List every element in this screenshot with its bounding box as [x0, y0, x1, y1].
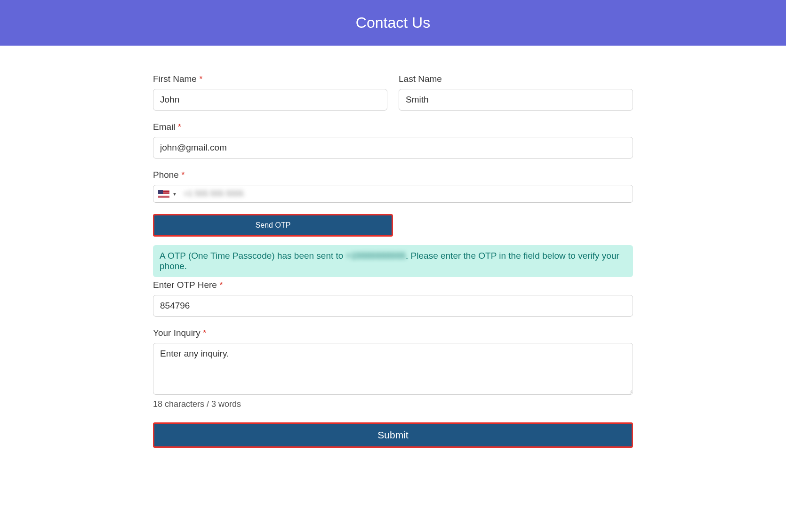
phone-blurred-value: +1 555 555 5555	[181, 189, 244, 199]
us-flag-icon	[158, 190, 169, 198]
otp-sent-message: A OTP (One Time Passcode) has been sent …	[153, 245, 633, 277]
required-asterisk: *	[203, 328, 206, 338]
required-asterisk: *	[181, 170, 184, 180]
phone-input-wrapper[interactable]: ▼ +1 555 555 5555	[153, 185, 633, 203]
email-group: Email *	[153, 122, 633, 159]
last-name-label: Last Name	[399, 74, 633, 84]
required-asterisk: *	[219, 280, 223, 290]
first-name-input[interactable]	[153, 89, 387, 111]
submit-button[interactable]: Submit	[153, 422, 633, 448]
inquiry-label: Your Inquiry *	[153, 328, 633, 338]
last-name-input[interactable]	[399, 89, 633, 111]
character-counter: 18 characters / 3 words	[153, 399, 633, 409]
email-label: Email *	[153, 122, 633, 132]
required-asterisk: *	[178, 122, 181, 132]
inquiry-group: Your Inquiry * 18 characters / 3 words	[153, 328, 633, 409]
first-name-group: First Name *	[153, 74, 387, 111]
otp-group: Enter OTP Here *	[153, 280, 633, 317]
required-asterisk: *	[199, 74, 202, 84]
country-flag-select[interactable]: ▼	[158, 190, 181, 198]
last-name-group: Last Name	[399, 74, 633, 111]
first-name-label: First Name *	[153, 74, 387, 84]
otp-blurred-phone: +15555555555	[346, 251, 406, 261]
phone-group: Phone * ▼ +1 555 555 5555	[153, 170, 633, 203]
phone-label: Phone *	[153, 170, 633, 180]
page-title: Contact Us	[0, 14, 786, 32]
contact-form: First Name * Last Name Email * Phone * ▼	[92, 46, 694, 467]
inquiry-textarea[interactable]	[153, 343, 633, 395]
page-header: Contact Us	[0, 0, 786, 46]
send-otp-button[interactable]: Send OTP	[153, 214, 393, 237]
otp-label: Enter OTP Here *	[153, 280, 633, 290]
email-input[interactable]	[153, 137, 633, 159]
chevron-down-icon: ▼	[172, 191, 177, 197]
otp-input[interactable]	[153, 295, 633, 317]
